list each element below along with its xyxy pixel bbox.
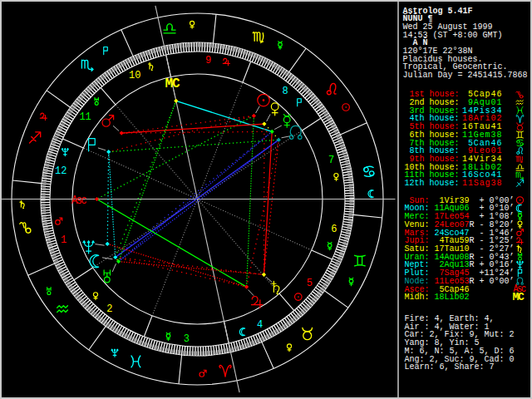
svg-text:MC: MC [165, 76, 180, 91]
svg-text:1: 1 [61, 234, 66, 246]
svg-text:MC: MC [513, 291, 525, 303]
svg-text:18Lib02: 18Lib02 [435, 293, 470, 302]
svg-text:R: R [470, 220, 475, 229]
svg-text:9: 9 [205, 55, 211, 66]
svg-text:+ 0°00’: + 0°00’ [480, 277, 515, 286]
svg-text:12: 12 [55, 165, 66, 177]
svg-text:Julian Day = 2451415.7868: Julian Day = 2451415.7868 [403, 71, 528, 80]
svg-text:R: R [470, 277, 475, 286]
svg-text:6: 6 [331, 224, 337, 235]
svg-text:Asc: Asc [71, 194, 87, 207]
svg-text:Learn: 6, Share: 7: Learn: 6, Share: 7 [405, 362, 495, 372]
svg-text:2: 2 [106, 303, 112, 315]
svg-text:11Sag38: 11Sag38 [462, 179, 502, 188]
svg-text:12th house:: 12th house: [405, 179, 460, 188]
svg-text:5: 5 [307, 278, 313, 289]
svg-text:R: R [470, 260, 475, 269]
svg-text:Midh:: Midh: [405, 293, 430, 302]
svg-text:R: R [470, 236, 475, 245]
svg-text:7: 7 [328, 155, 334, 166]
svg-text:11: 11 [79, 111, 91, 123]
svg-text:3: 3 [184, 333, 190, 345]
svg-text:8: 8 [283, 86, 288, 97]
svg-text:4: 4 [257, 319, 263, 331]
svg-text:10: 10 [129, 70, 140, 81]
